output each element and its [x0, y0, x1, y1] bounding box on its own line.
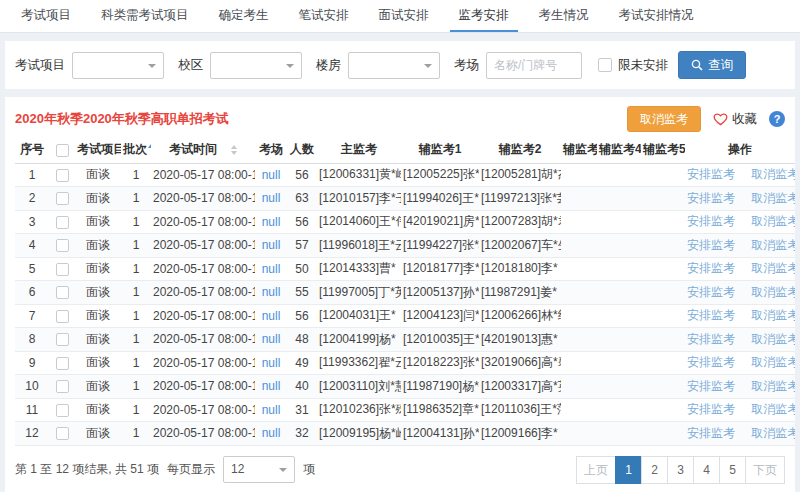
campus-select[interactable] [210, 52, 302, 79]
cancel-proctor-link[interactable]: 取消监考 [751, 238, 795, 252]
row-checkbox[interactable] [56, 380, 69, 393]
row-checkbox[interactable] [56, 427, 69, 440]
header-assistant1: 辅监考1 [401, 137, 479, 163]
header-batch[interactable]: 批次 [121, 137, 151, 163]
row-checkbox[interactable] [56, 286, 69, 299]
room-filter-label: 考场 [454, 57, 479, 74]
cancel-proctor-link[interactable]: 取消监考 [751, 191, 795, 205]
assistant2-cell: [12011036]王*萍 [479, 398, 561, 422]
tab-written-exam-schedule[interactable]: 笔试安排 [284, 0, 364, 32]
assistant4-cell [597, 398, 641, 422]
select-all-checkbox[interactable] [56, 144, 69, 157]
table-body: 1 面谈 1 2020-05-17 08:00-16:30 null 56 [1… [15, 163, 795, 445]
tab-category-exam-project[interactable]: 科类需考试项目 [86, 0, 204, 32]
arrange-proctor-link[interactable]: 安排监考 [687, 379, 735, 393]
arrange-proctor-link[interactable]: 安排监考 [687, 308, 735, 322]
row-checkbox[interactable] [56, 169, 69, 182]
row-checkbox[interactable] [56, 216, 69, 229]
arrange-proctor-link[interactable]: 安排监考 [687, 261, 735, 275]
arrange-proctor-link[interactable]: 安排监考 [687, 167, 735, 181]
pagination-page-3[interactable]: 3 [667, 456, 694, 484]
cancel-proctor-link[interactable]: 取消监考 [751, 402, 795, 416]
proctor-table: 序号 考试项目 批次 考试时间 考场 人数 主监考 辅监考1 辅监考2 辅监考3… [15, 137, 795, 446]
exam-project-select[interactable] [72, 52, 164, 79]
tab-proctor-schedule[interactable]: 监考安排 [444, 0, 524, 32]
arrange-proctor-link[interactable]: 安排监考 [687, 426, 735, 440]
row-checkbox[interactable] [56, 404, 69, 417]
tab-exam-schedule-status[interactable]: 考试安排情况 [604, 0, 709, 32]
pagination-page-2[interactable]: 2 [641, 456, 668, 484]
batch-cell: 1 [121, 281, 151, 305]
arrange-proctor-link[interactable]: 安排监考 [687, 238, 735, 252]
cancel-proctor-link[interactable]: 取消监考 [751, 332, 795, 346]
pagination-prev[interactable]: 上页 [576, 456, 616, 484]
room-link[interactable]: null [262, 191, 281, 205]
assistant4-cell [597, 328, 641, 352]
arrange-proctor-link[interactable]: 安排监考 [687, 332, 735, 346]
room-link[interactable]: null [262, 379, 281, 393]
room-search-input[interactable] [486, 52, 582, 79]
room-link[interactable]: null [262, 332, 281, 346]
room-link[interactable]: null [262, 238, 281, 252]
tab-examinee-status[interactable]: 考生情况 [524, 0, 604, 32]
cancel-proctor-link[interactable]: 取消监考 [751, 379, 795, 393]
tab-interview-schedule[interactable]: 面试安排 [364, 0, 444, 32]
batch-cell: 1 [121, 163, 151, 187]
assistant5-cell [641, 304, 685, 328]
room-link[interactable]: null [262, 309, 281, 323]
row-checkbox[interactable] [56, 333, 69, 346]
arrange-proctor-link[interactable]: 安排监考 [687, 191, 735, 205]
cancel-proctor-link[interactable]: 取消监考 [751, 285, 795, 299]
cancel-proctor-button[interactable]: 取消监考 [627, 106, 701, 132]
room-link[interactable]: null [262, 215, 281, 229]
favorite-button[interactable]: 收藏 [713, 111, 757, 128]
header-assistant4: 辅监考4 [597, 137, 641, 163]
arrange-proctor-link[interactable]: 安排监考 [687, 355, 735, 369]
room-link[interactable]: null [262, 356, 281, 370]
row-checkbox[interactable] [56, 310, 69, 323]
row-checkbox[interactable] [56, 239, 69, 252]
tab-confirm-examinees[interactable]: 确定考生 [204, 0, 284, 32]
cancel-proctor-link[interactable]: 取消监考 [751, 214, 795, 228]
row-checkbox[interactable] [56, 357, 69, 370]
tab-exam-project[interactable]: 考试项目 [6, 0, 86, 32]
exam-title: 2020年秋季2020年秋季高职单招考试 [15, 110, 229, 128]
cancel-proctor-link[interactable]: 取消监考 [751, 355, 795, 369]
header-exam-project[interactable]: 考试项目 [75, 137, 121, 163]
exam-project-cell: 面谈 [75, 328, 121, 352]
header-exam-time[interactable]: 考试时间 [151, 137, 255, 163]
room-link[interactable]: null [262, 285, 281, 299]
arrange-proctor-link[interactable]: 安排监考 [687, 402, 735, 416]
assistant3-cell [561, 422, 597, 446]
exam-time-cell: 2020-05-17 08:00-16:30 [151, 234, 255, 258]
pagination-page-4[interactable]: 4 [693, 456, 720, 484]
cancel-proctor-link[interactable]: 取消监考 [751, 426, 795, 440]
pagination-page-5[interactable]: 5 [719, 456, 746, 484]
search-button[interactable]: 查询 [678, 51, 746, 79]
main-proctor-cell: [12003110]刘*慧 [317, 375, 401, 399]
row-checkbox[interactable] [56, 263, 69, 276]
room-link[interactable]: null [262, 262, 281, 276]
cancel-proctor-link[interactable]: 取消监考 [751, 261, 795, 275]
count-cell: 31 [287, 398, 317, 422]
arrange-proctor-link[interactable]: 安排监考 [687, 285, 735, 299]
cancel-proctor-link[interactable]: 取消监考 [751, 308, 795, 322]
page-size-select[interactable]: 12 [223, 456, 295, 483]
help-icon[interactable]: ? [769, 111, 785, 127]
assistant2-cell: [11997213]张*芸 [479, 187, 561, 211]
table-header-row: 序号 考试项目 批次 考试时间 考场 人数 主监考 辅监考1 辅监考2 辅监考3… [15, 137, 795, 163]
pagination-page-1[interactable]: 1 [615, 456, 642, 484]
room-link[interactable]: null [262, 426, 281, 440]
cancel-proctor-link[interactable]: 取消监考 [751, 167, 795, 181]
row-checkbox[interactable] [56, 192, 69, 205]
room-link[interactable]: null [262, 168, 281, 182]
room-link[interactable]: null [262, 403, 281, 417]
main-proctor-cell: [12004031]王* [317, 304, 401, 328]
arrange-proctor-link[interactable]: 安排监考 [687, 214, 735, 228]
building-select[interactable] [348, 52, 440, 79]
pagination-next[interactable]: 下页 [745, 456, 785, 484]
exam-project-cell: 面谈 [75, 187, 121, 211]
exam-project-filter-label: 考试项目 [15, 57, 65, 74]
assistant5-cell [641, 375, 685, 399]
only-unassigned-checkbox[interactable] [598, 58, 612, 72]
